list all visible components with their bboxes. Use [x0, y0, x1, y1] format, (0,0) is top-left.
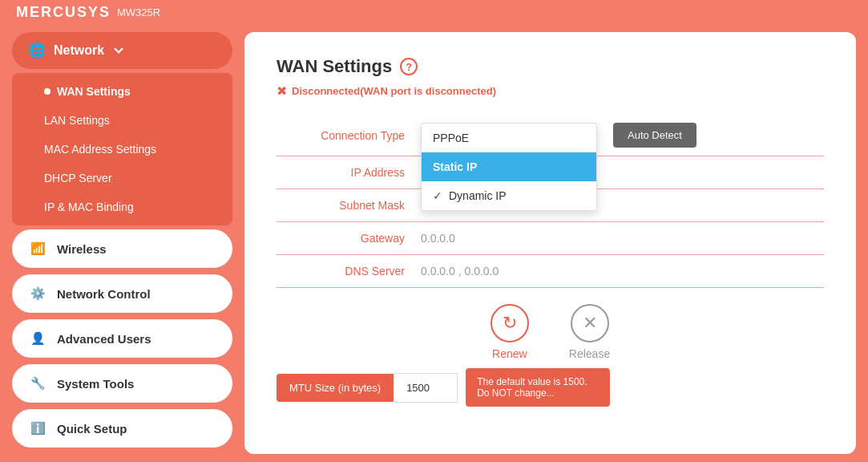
renew-label: Renew [492, 347, 527, 360]
sliders-icon: ⚙️ [28, 284, 47, 303]
sidebar-item-wan-settings[interactable]: WAN Settings [12, 77, 232, 106]
mtu-label: MTU Size (in bytes) [277, 374, 394, 402]
status-bar: ✖ Disconnected(WAN port is disconnected) [277, 83, 824, 99]
static-ip-label: Static IP [433, 160, 477, 173]
mtu-hint: The default value is 1500. Do NOT change… [466, 368, 610, 407]
disconnect-icon: ✖ [277, 83, 287, 99]
pppoe-label: PPPoE [433, 132, 469, 144]
dhcp-label: DHCP Server [44, 172, 112, 184]
sidebar-item-network[interactable]: 🌐 Network [12, 32, 232, 69]
active-dot [44, 88, 50, 95]
wifi-icon: 📶 [28, 239, 47, 258]
system-tools-label: System Tools [57, 377, 134, 391]
dns-server-label: DNS Server [277, 265, 421, 278]
user-icon: 👤 [28, 329, 47, 348]
checkmark-icon: ✓ [433, 189, 442, 202]
sidebar-network-label: Network [54, 43, 104, 58]
mtu-row: MTU Size (in bytes) 1500 The default val… [277, 368, 824, 407]
sidebar-item-quick-setup[interactable]: ℹ️ Quick Setup [12, 409, 232, 448]
dynamic-ip-label: Dynamic IP [449, 189, 507, 202]
connection-type-row: Connection Type PPPoE Static IP ✓ Dynami… [277, 115, 824, 156]
sidebar-item-mac-address[interactable]: MAC Address Settings [12, 135, 232, 164]
page-title-text: WAN Settings [277, 56, 392, 77]
main-content: WAN Settings ? ✖ Disconnected(WAN port i… [244, 32, 856, 454]
sidebar: 🌐 Network WAN Settings LAN Settings MAC … [0, 24, 244, 462]
ip-mac-label: IP & MAC Binding [44, 201, 134, 213]
sidebar-item-dhcp[interactable]: DHCP Server [12, 164, 232, 192]
quick-setup-label: Quick Setup [57, 422, 127, 436]
release-button[interactable]: ✕ Release [569, 304, 610, 360]
wireless-label: Wireless [57, 242, 107, 256]
dropdown-item-dynamic-ip[interactable]: ✓ Dynamic IP [422, 181, 596, 210]
ip-address-label: IP Address [277, 166, 421, 179]
gateway-value: 0.0.0.0 [421, 232, 824, 245]
sidebar-item-ip-mac[interactable]: IP & MAC Binding [12, 192, 232, 221]
connection-type-label: Connection Type [277, 123, 421, 142]
subnet-mask-label: Subnet Mask [277, 199, 421, 212]
advanced-users-label: Advanced Users [57, 332, 151, 346]
release-icon: ✕ [571, 304, 609, 342]
sidebar-item-system-tools[interactable]: 🔧 System Tools [12, 364, 232, 403]
sidebar-item-advanced-users[interactable]: 👤 Advanced Users [12, 319, 232, 358]
action-buttons: ↻ Renew ✕ Release [277, 304, 824, 360]
release-label: Release [569, 347, 610, 360]
dropdown-menu: PPPoE Static IP ✓ Dynamic IP [421, 123, 597, 211]
status-text: Disconnected(WAN port is disconnected) [292, 85, 496, 97]
renew-icon: ↻ [491, 304, 529, 342]
gateway-row: Gateway 0.0.0.0 [277, 222, 824, 255]
dropdown-item-static-ip[interactable]: Static IP [422, 152, 596, 181]
mtu-value: 1500 [394, 373, 458, 403]
dropdown-item-pppoe[interactable]: PPPoE [422, 124, 596, 152]
page-title-row: WAN Settings ? [277, 56, 824, 77]
lan-settings-label: LAN Settings [44, 114, 110, 127]
gateway-label: Gateway [277, 232, 421, 245]
model-text: MW325R [117, 6, 160, 18]
network-submenu: WAN Settings LAN Settings MAC Address Se… [12, 73, 232, 225]
auto-detect-button[interactable]: Auto Detect [613, 123, 696, 148]
wan-settings-label: WAN Settings [57, 85, 131, 98]
dns-server-value: 0.0.0.0 , 0.0.0.0 [421, 265, 824, 278]
dns-server-row: DNS Server 0.0.0.0 , 0.0.0.0 [277, 255, 824, 288]
globe-icon: 🌐 [28, 42, 46, 59]
grid-icon: 🔧 [28, 374, 47, 393]
sidebar-item-lan-settings[interactable]: LAN Settings [12, 106, 232, 135]
info-icon: ℹ️ [28, 419, 47, 438]
chevron-down-icon [115, 43, 122, 58]
mac-address-label: MAC Address Settings [44, 143, 156, 156]
sidebar-item-network-control[interactable]: ⚙️ Network Control [12, 274, 232, 313]
logo-text: MERCUSYS [16, 4, 111, 21]
renew-button[interactable]: ↻ Renew [491, 304, 529, 360]
sidebar-item-wireless[interactable]: 📶 Wireless [12, 229, 232, 268]
network-control-label: Network Control [57, 287, 151, 301]
help-icon[interactable]: ? [400, 58, 418, 75]
